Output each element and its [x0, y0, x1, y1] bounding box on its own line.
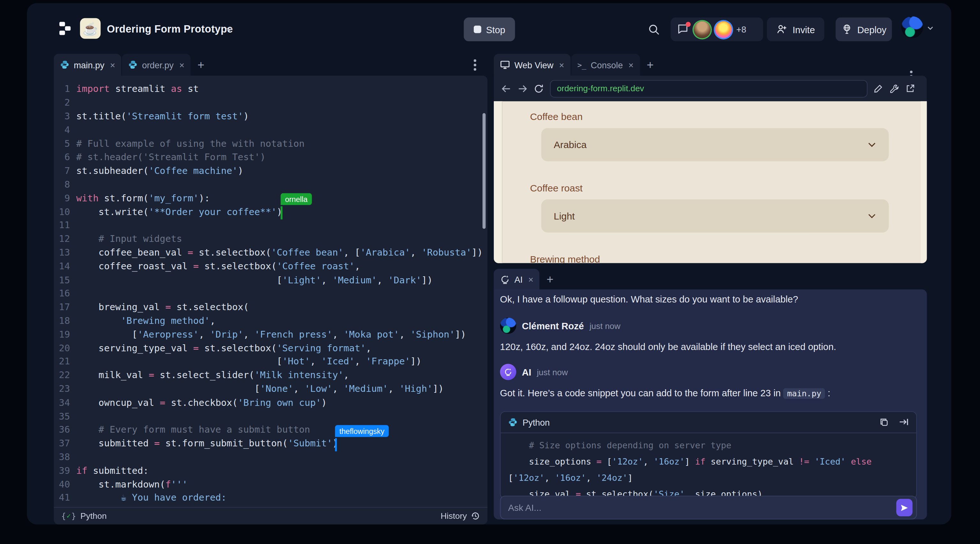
chat-icon[interactable] [677, 23, 689, 35]
code-line[interactable]: 12 # Input widgets [54, 232, 487, 245]
code-line[interactable]: 21 ['Hot', 'Iced', 'Frappe']) [54, 355, 487, 368]
collaborator-avatar[interactable] [715, 21, 732, 38]
ai-tabstrip: AI × + [494, 269, 560, 289]
tab-web-view[interactable]: Web View × [494, 54, 570, 76]
webview-toolbar: ordering-form.replit.dev [494, 76, 927, 101]
code-editor[interactable]: 1import streamlit as st23st.title('Strea… [54, 76, 487, 525]
ai-code-rows: # Size options depending on server type … [501, 433, 916, 499]
chat-message-text: Ok, I have a followup question. What siz… [500, 294, 798, 304]
ask-ai-input[interactable] [508, 503, 896, 512]
devtools-icon[interactable] [889, 84, 899, 94]
code-line[interactable]: 2 [54, 95, 487, 109]
code-line[interactable]: 19 ['Aeropress', 'Drip', 'French press',… [54, 327, 487, 341]
profile-avatar[interactable] [901, 16, 923, 38]
collaborators-group: +8 [671, 17, 763, 41]
language-label: Python [80, 511, 107, 521]
new-tab-button[interactable]: + [191, 54, 211, 76]
collaborator-overflow-count[interactable]: +8 [736, 24, 746, 34]
app-window: ☕ Ordering Form Prototype Stop +8 Invite [27, 3, 951, 525]
code-line[interactable]: 5# Full example of using the with notati… [54, 136, 487, 150]
inline-code-chip[interactable]: main.py [783, 388, 825, 399]
chevron-down-icon[interactable] [927, 25, 934, 31]
close-icon[interactable]: × [179, 60, 185, 70]
new-tab-button[interactable]: + [641, 54, 660, 76]
project-title[interactable]: Ordering Form Prototype [107, 23, 233, 35]
new-tab-button[interactable]: + [540, 269, 560, 289]
edit-url-icon[interactable] [874, 84, 883, 93]
code-line[interactable]: 39if submitted: [54, 463, 487, 477]
code-line[interactable]: 3st.title('Streamlit form test') [54, 109, 487, 123]
tab-main-py[interactable]: main.py × [54, 54, 121, 76]
editor-scrollbar[interactable] [483, 113, 486, 229]
code-line[interactable]: 40 st.markdown(f''' [54, 477, 487, 491]
code-line[interactable]: 37 submitted = st.form_submit_button('Su… [54, 436, 487, 450]
code-block-header: Python [501, 412, 916, 433]
code-line[interactable]: 20 serving_type_val = st.selectbox('Serv… [54, 341, 487, 355]
url-text: ordering-form.replit.dev [557, 84, 644, 93]
history-button[interactable]: History [441, 511, 480, 521]
chat-message-header: Clément Rozé just now [500, 318, 620, 334]
user-avatar[interactable] [500, 318, 516, 334]
code-line[interactable]: 8 [54, 177, 487, 191]
refresh-icon[interactable] [534, 84, 544, 94]
code-line[interactable]: 15 ['Light', 'Medium', 'Dark']) [54, 273, 487, 286]
select-value: Light [554, 210, 575, 221]
url-bar[interactable]: ordering-form.replit.dev [550, 80, 867, 97]
chevron-down-icon[interactable] [226, 27, 233, 32]
code-line[interactable]: 6# st.header('Streamlit Form Test') [54, 150, 487, 164]
back-icon[interactable] [501, 84, 511, 93]
invite-button[interactable]: Invite [767, 17, 824, 41]
code-line[interactable]: 34 owncup_val = st.checkbox('Bring own c… [54, 395, 487, 409]
code-line[interactable]: 9with st.form('my_form'): [54, 191, 487, 205]
webview-tabstrip: Web View × >_ Console × + [494, 54, 660, 76]
tab-label: Web View [514, 60, 553, 70]
collaborator-cursor-flag: theflowingsky [335, 425, 389, 437]
stop-button[interactable]: Stop [464, 17, 515, 41]
code-line[interactable]: 4 [54, 123, 487, 137]
ai-code-line: # Size options depending on server type [501, 437, 916, 453]
code-line[interactable]: 11 [54, 218, 487, 232]
editor-pane-menu-icon[interactable] [474, 59, 476, 70]
code-line[interactable]: 17 brewing_val = st.selectbox( [54, 300, 487, 313]
close-icon[interactable]: × [559, 60, 564, 70]
project-icon[interactable]: ☕ [80, 18, 101, 39]
copy-icon[interactable] [880, 418, 889, 427]
webview-content: Coffee bean Arabica Coffee roast Light B… [494, 101, 927, 263]
ai-code-line: ['12oz', '16oz', '24oz'] [501, 469, 916, 486]
forward-icon[interactable] [517, 84, 527, 93]
webview-left-gutter [494, 101, 503, 263]
code-line[interactable]: 18 'Brewing method', [54, 313, 487, 328]
code-line[interactable]: 38 [54, 450, 487, 464]
code-line[interactable]: 41 ☕ You have ordered: [54, 491, 487, 504]
replit-logo-icon[interactable] [59, 22, 72, 36]
code-line[interactable]: 13 coffee_bean_val = st.selectbox('Coffe… [54, 245, 487, 259]
code-line[interactable]: 10 st.write('**Order your coffee**') [54, 205, 487, 218]
code-line[interactable]: 14 coffee_roast_val = st.selectbox('Coff… [54, 259, 487, 273]
tab-console[interactable]: >_ Console × [571, 54, 640, 76]
tab-ai[interactable]: AI × [494, 269, 540, 289]
tab-order-py[interactable]: order.py × [122, 54, 191, 76]
message-text: Got it. Here’s a code snippet you can ad… [500, 388, 781, 398]
code-line[interactable]: 22 milk_val = st.select_slider('Milk int… [54, 368, 487, 382]
search-icon[interactable] [648, 24, 660, 35]
coffee-bean-select[interactable]: Arabica [541, 128, 889, 161]
close-icon[interactable]: × [528, 274, 533, 284]
code-line[interactable]: 16 [54, 286, 487, 300]
code-line[interactable]: 7st.subheader('Coffee machine') [54, 164, 487, 177]
close-icon[interactable]: × [628, 60, 633, 70]
code-line[interactable]: 23 ['None', 'Low', 'Medium', 'High']) [54, 382, 487, 395]
deploy-button[interactable]: Deploy [835, 17, 892, 41]
select-value: Arabica [554, 139, 587, 150]
insert-code-icon[interactable] [899, 418, 908, 426]
open-external-icon[interactable] [906, 84, 915, 93]
code-line[interactable]: 35 [54, 409, 487, 423]
send-button[interactable] [896, 499, 912, 516]
close-icon[interactable]: × [110, 60, 115, 70]
code-line[interactable]: 36 # Every form must have a submit butto… [54, 422, 487, 436]
coffee-roast-select[interactable]: Light [541, 199, 889, 232]
code-line[interactable]: 1import streamlit as st [54, 82, 487, 96]
person-plus-icon [776, 24, 788, 35]
collaborator-avatar[interactable] [694, 21, 711, 38]
tab-label: main.py [74, 60, 104, 70]
form-field-label: Coffee roast [530, 183, 582, 194]
